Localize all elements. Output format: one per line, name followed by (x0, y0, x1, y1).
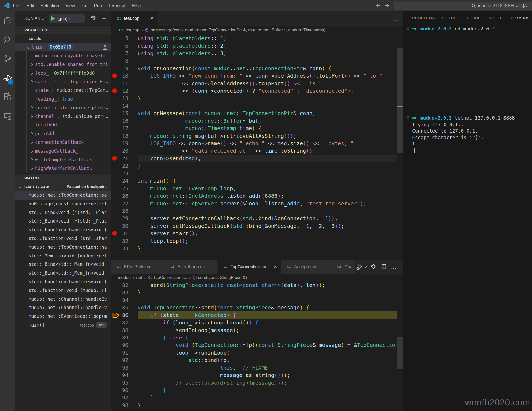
code-line-85[interactable]: 85void TcpConnection::send(const StringP… (111, 304, 403, 311)
code-line-82[interactable]: 82 send(StringPiece(static_cast<const ch… (111, 281, 403, 289)
code-line-99[interactable]: 99 (111, 409, 403, 411)
code-line-25[interactable]: 25 muduo::net::EventLoop loop; (111, 185, 403, 192)
nav-back-icon[interactable] (375, 3, 381, 10)
section-watch[interactable]: WATCH (15, 173, 111, 182)
code-line-15[interactable]: 15void onMessage(const muduo::net::TcpCo… (111, 110, 403, 117)
code-line-7[interactable]: 7using std::placeholders::_3; (111, 50, 403, 57)
breadcrumbs-top[interactable]: C test.cpp› onMessage(const muduo::net::… (111, 26, 403, 35)
code-line-24[interactable]: 24int main() { (111, 177, 403, 185)
activity-source-control[interactable] (0, 49, 15, 68)
menu-terminal[interactable]: Terminal (105, 0, 128, 11)
code-editor-bottom[interactable]: 82 send(StringPiece(static_cast<const ch… (111, 281, 403, 411)
code-line-93[interactable]: 93 this, // FIXME (111, 364, 403, 371)
code-line-98[interactable]: 98} (111, 401, 403, 409)
breadcrumb-item[interactable]: send(const StringPiece &) (192, 274, 247, 281)
variable-row[interactable]: std::enable_shared_from_thi (15, 60, 111, 69)
code-line-5[interactable]: 5using std::placeholders::_1; (111, 35, 403, 42)
chevron-down-icon[interactable] (364, 264, 367, 268)
stack-frame[interactable]: std::_Bind<void (*(std::_Plac (15, 217, 111, 225)
code-line-30[interactable]: 30 server.setMessageCallback(std::bind(&… (111, 222, 403, 230)
tab-tcpconnection-cc[interactable]: CTcpConnection.cc✕ (218, 260, 281, 274)
stack-frame[interactable]: std::_Function_handler<void ( (15, 225, 111, 234)
menu-edit[interactable]: Edit (23, 0, 37, 11)
code-line-20[interactable]: 20 << "data received at " << time.toStri… (111, 147, 403, 154)
code-line-17[interactable]: 17 muduo::Timestamp time) { (111, 125, 403, 132)
code-line-28[interactable]: 28 (111, 207, 403, 215)
menu-selection[interactable]: Selection (37, 0, 62, 11)
code-line-9[interactable]: 9void onConnection(const muduo::net::Tcp… (111, 65, 403, 72)
activity-run-and-debug[interactable]: 1 (0, 68, 15, 87)
code-line-27[interactable]: 27 muduo::net::TcpServer server(&loop, l… (111, 200, 403, 207)
variable-row[interactable]: name_: "test-tcp-server-0.… (15, 77, 111, 86)
stack-frame[interactable]: muduo::net::TcpConnection::ha (15, 243, 111, 252)
code-line-95[interactable]: 95 // std::forward<string>(message))); (111, 379, 403, 386)
panel-tab-debug-console[interactable]: DEBUG CONSOLE (467, 11, 503, 24)
stack-frame[interactable]: muduo::net::Channel::handleEv (15, 295, 111, 304)
stack-frame[interactable]: main()test.cpp32:1 (15, 321, 111, 329)
stack-frame[interactable]: std::_Mem_fn<void (muduo::net (15, 252, 111, 260)
code-line-16[interactable]: 16 muduo::net::Buffer* buf, (111, 117, 403, 125)
stack-frame[interactable]: muduo::net::Channel::handleEv (15, 303, 111, 312)
code-line-12[interactable]: 12 << (conn->connected() ? "connected" :… (111, 87, 403, 95)
editor-more-actions-icon[interactable] (393, 17, 399, 22)
variable-row[interactable]: channel_: std::unique_ptr<… (15, 112, 111, 121)
menu-file[interactable]: File (10, 0, 23, 11)
split-editor-icon[interactable] (381, 264, 387, 271)
close-icon[interactable]: ✕ (149, 16, 154, 21)
panel-tab-output[interactable]: OUTPUT (442, 11, 459, 24)
code-line-87[interactable]: 87 if (loop_->isInLoopThread()) { (111, 319, 403, 326)
stack-frame[interactable]: muduo::net::EventLoop::loop(m (15, 312, 111, 321)
code-line-26[interactable]: 26 muduo::net::InetAddress listen_addr(8… (111, 192, 403, 200)
stack-frame[interactable]: std::function<void (muduo::Ti (15, 286, 111, 295)
code-line-14[interactable]: 14 (111, 102, 403, 110)
debug-settings-gear-icon[interactable] (90, 15, 96, 22)
sidebar-more-actions-icon[interactable] (101, 16, 107, 21)
code-line-23[interactable]: 23 (111, 170, 403, 177)
menu-go[interactable]: Go (78, 0, 91, 11)
code-line-90[interactable]: 90 void (TcpConnection::*fp)(const Strin… (111, 341, 403, 349)
variable-row[interactable]: loop_: 0x7ffffffffd9d0 (15, 69, 111, 78)
tab-test-cpp[interactable]: C test.cpp ✕ (111, 11, 158, 26)
menu-help[interactable]: Help (128, 0, 144, 11)
code-line-83[interactable]: 83} (111, 289, 403, 296)
variable-row[interactable]: socket_: std::unique_ptr<m… (15, 103, 111, 112)
command-center[interactable]: muduo-2.0.2 [SSH: ali] [A (394, 2, 532, 10)
breadcrumb-item[interactable]: C test.cpp (119, 26, 139, 35)
stack-frame[interactable]: muduo::net::TcpConnection::se (15, 191, 111, 200)
binary-view-icon[interactable]: 0110 (102, 44, 108, 51)
code-line-32[interactable]: 32 loop.loop(); (111, 237, 403, 245)
code-line-31[interactable]: 31 server.start(); (111, 230, 403, 237)
activity-search[interactable] (0, 30, 15, 49)
settings-gear-icon[interactable] (370, 264, 376, 271)
code-line-86[interactable]: 86 if (state_ == kConnected) { (111, 311, 403, 319)
code-line-97[interactable]: 97 } (111, 394, 403, 401)
code-line-21[interactable]: 21 conn->send(msg); (111, 155, 403, 162)
code-line-33[interactable]: 33} (111, 245, 403, 252)
code-line-10[interactable]: 10 LOG_INFO << "new conn from: " << conn… (111, 72, 403, 79)
code-line-22[interactable]: 22} (111, 162, 403, 169)
breadcrumb-item[interactable]: C TcpConnection.cc (148, 274, 187, 281)
menu-run[interactable]: Run (91, 0, 105, 11)
tab-cha[interactable]: CCha (331, 260, 355, 274)
breadcrumb-item[interactable]: net (136, 274, 142, 281)
tab-acceptor-cc[interactable]: CAcceptor.cc (281, 260, 331, 274)
activity-extensions[interactable] (0, 87, 15, 106)
scope-row-locals[interactable]: Locals (15, 34, 111, 43)
code-line-91[interactable]: 91 loop_->runInLoop( (111, 349, 403, 356)
breadcrumbs-bottom[interactable]: muduo›net›C TcpConnection.cc› send(const… (111, 274, 403, 281)
code-line-8[interactable]: 8 (111, 57, 403, 64)
terminal-split-divider[interactable] (403, 112, 532, 112)
stack-frame[interactable]: std::_Bind<void (*(std::_Plac (15, 208, 111, 217)
activity-explorer[interactable] (0, 11, 15, 30)
stack-frame[interactable]: std::_Bind<std::_Mem_fn<void (15, 260, 111, 269)
code-line-13[interactable]: 13} (111, 95, 403, 102)
stack-frame[interactable]: std::_Function_handler<void ( (15, 277, 111, 286)
code-line-96[interactable]: 96 } (111, 386, 403, 394)
variable-row[interactable]: messageCallback_ (15, 147, 111, 155)
code-line-18[interactable]: 18 muduo::string msg(buf->retrieveAllAsS… (111, 132, 403, 140)
command-decoration-icon[interactable] (407, 116, 409, 119)
code-line-88[interactable]: 88 sendInLoop(message); (111, 327, 403, 334)
variable-row[interactable]: connectionCallback_ (15, 138, 111, 147)
variable-row[interactable]: localAddr_ (15, 121, 111, 129)
code-line-92[interactable]: 92 std::bind(fp, (111, 356, 403, 364)
